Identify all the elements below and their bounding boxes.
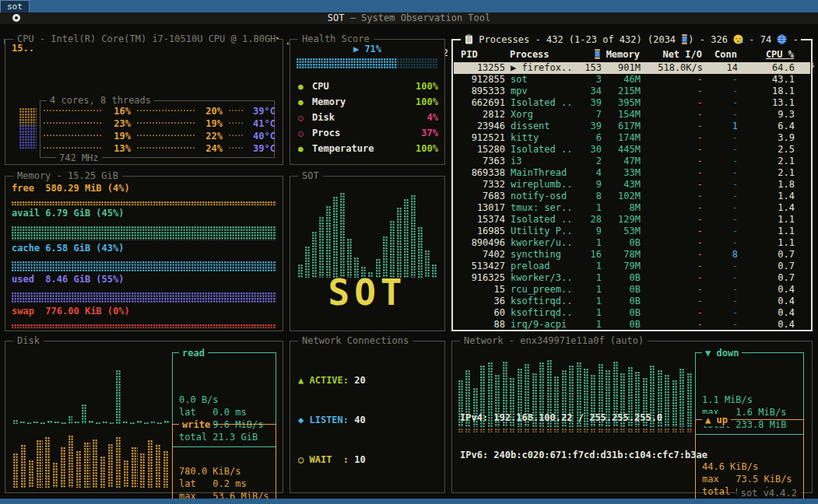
process-row[interactable]: 916325kworker/3..10B--0.7 [454,272,810,284]
process-row[interactable]: 869338MainThread433M--2.1 [454,167,810,179]
process-row[interactable]: 15374Isolated ...28129M--1.1 [454,214,810,226]
core-temp: 39°C [243,106,276,117]
process-row[interactable]: 7363i3247M--2.1 [454,156,810,167]
process-threads: 1 [574,237,602,249]
process-row[interactable]: 13255▶ firefox..153901M518.0K/s1464.6 [454,62,810,74]
process-row[interactable]: 15rcu_preem..10B--0.4 [454,284,810,296]
spark-bar [40,422,45,424]
process-threads: 7 [574,109,602,121]
process-netio: - [641,261,703,272]
process-netio: - [641,191,703,202]
health-item-value: 37% [421,128,438,138]
process-pid: 7363 [454,156,505,167]
health-panel-title: Health Score [298,33,374,44]
process-row[interactable]: 912855sot346M--43.1 [454,74,810,86]
process-row[interactable]: 23946dissent39617M-16.4 [454,121,810,132]
window-tab[interactable]: sot [0,0,30,12]
process-row[interactable]: 36ksoftirqd..10B--0.4 [454,296,810,307]
process-netio: - [641,296,703,307]
process-conn: - [703,202,738,214]
col-cpu[interactable]: CPU % [737,49,794,61]
spark-bar [144,422,149,424]
spark-bar [21,445,26,488]
spark-bar [61,447,66,488]
col-process[interactable]: Process [504,49,573,61]
process-row[interactable]: 60ksoftirqd..10B--0.4 [454,307,810,319]
core-spark [229,122,243,125]
spark-bar [13,420,18,424]
process-cpu: 2.1 [738,167,795,179]
process-name: Isolated ... [505,144,574,156]
process-row[interactable]: 2812Xorg7154M--9.3 [454,109,810,121]
process-pid: 662691 [454,97,505,109]
spark-bar [89,421,93,424]
process-conn: 1 [703,121,738,132]
spark-bar [411,195,416,278]
process-threads: 1 [574,296,602,307]
process-pid: 513427 [454,261,505,272]
process-row[interactable]: 513427preload179M--0.7 [454,261,810,272]
ipv4-address: IPv4: 192.168.100.22 / 255.255.255.0 [460,411,707,424]
process-table-header[interactable]: PID Process Memory Net I/O Conn CPU % [453,49,811,61]
col-netio[interactable]: Net I/O [640,49,702,61]
process-memory: 47M [602,156,641,167]
process-memory: 53M [602,226,641,237]
health-score-value: ▶ 71% [290,44,444,54]
col-conn[interactable]: Conn [702,49,737,61]
process-memory: 0B [602,319,641,331]
process-pid: 16985 [454,226,505,237]
process-cpu: 0.4 [738,284,795,296]
ipv6-address: IPv6: 240b:c020:671:f7cd:d31b:c104:cfc7:… [460,449,707,461]
process-name: sot [505,74,574,86]
network-down-title: ▼ down [702,347,742,359]
process-row[interactable]: 13017tmux: ser..18M--1.4 [454,202,810,214]
process-row[interactable]: 7683notify-osd8102M--1.4 [454,191,810,202]
spark-bar [45,437,51,488]
process-netio: - [641,214,703,226]
process-name: kworker/u.. [505,237,574,249]
health-item-label: Temperature [312,143,416,154]
process-conn: - [703,226,738,237]
processes-sep-text: - [787,34,801,45]
netconn-panel-title: Network Connections [298,335,413,346]
process-cpu: 0.7 [738,261,795,272]
process-row[interactable]: 7332wireplumb..943M--1.8 [454,179,810,191]
core-spark [137,122,195,125]
process-pid: 88 [454,319,505,331]
spark-bar [13,453,19,488]
globe-icon [777,34,787,44]
process-name: preload [505,261,574,272]
app-name: SOT [328,12,345,23]
process-name: notify-osd [505,191,574,202]
memory-row-graph [12,201,276,205]
col-threads[interactable] [573,49,601,61]
core-spark [229,147,243,150]
process-row[interactable]: 912521kitty6174M--3.9 [454,132,810,144]
col-memory[interactable]: Memory [601,49,640,61]
process-row[interactable]: 895333mpv34215M--18.1 [454,86,810,97]
process-name: Utility P.. [505,226,574,237]
process-row[interactable]: 662691Isolated ...39395M--13.1 [454,97,810,109]
process-conn: - [703,97,738,109]
cpu-history-top [19,108,37,125]
cpu-core-row: 13%24%39°C [44,143,271,154]
process-row[interactable]: 15280Isolated ...30445M--2.5 [454,144,810,156]
process-cpu: 0.7 [738,272,795,284]
process-netio: - [641,226,703,237]
spark-bar [82,404,86,424]
window-titlebar[interactable]: sot [0,0,818,12]
process-row[interactable]: 16985Utility P..953M--1.1 [454,226,810,237]
process-cpu: 0.4 [738,319,795,331]
process-memory: 8M [602,202,641,214]
process-netio: - [641,144,703,156]
spark-bar [53,463,58,488]
core-usage-1: 13% [103,143,131,154]
process-row[interactable]: 7402syncthing1678M-80.7 [454,249,810,261]
col-pid[interactable]: PID [453,49,504,61]
process-row[interactable]: 890496kworker/u..10B--1.1 [454,237,810,249]
spark-bar [164,421,169,424]
process-memory: 0B [602,237,641,249]
spark-bar [333,197,338,278]
health-item-label: Disk [312,112,427,123]
process-row[interactable]: 88irq/9-acpi10B--0.4 [454,319,810,331]
